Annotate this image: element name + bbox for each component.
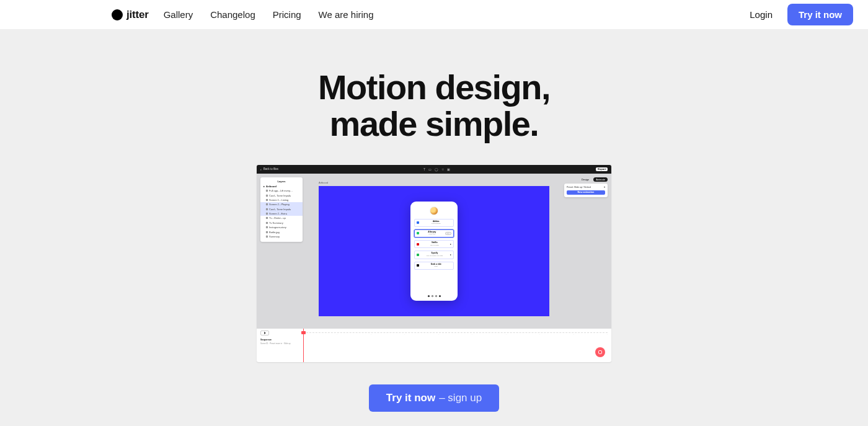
tab-design: Design [579, 177, 591, 182]
phone-mock: AdidasJust droppedAfterpayShop nowNewNet… [410, 202, 458, 301]
nav-hiring[interactable]: We are hiring [319, 9, 374, 20]
editor-export-button: Export [596, 167, 608, 171]
layer-item: Tv Summary [260, 221, 303, 225]
layer-item: Screen 2 - Playing [260, 202, 303, 206]
rect-tool-icon: ▭ [428, 167, 432, 171]
phone-app-card: AdidasJust dropped [414, 219, 454, 227]
layer-icon [266, 208, 268, 210]
preset-row: Preset: Slide up / Vertical▾ [567, 186, 605, 189]
play-icon [450, 244, 451, 245]
layer-icon [266, 199, 268, 201]
timeline-sub: Scene 01 · Preset move in · Slide up [260, 342, 291, 345]
layer-icon [266, 203, 268, 205]
nav-pricing[interactable]: Pricing [273, 9, 301, 20]
editor-canvas: AdidasJust droppedAfterpayShop nowNewNet… [319, 186, 549, 316]
editor-preview: ‹ Back to files T ▭ ◯ ☆ ▣ Export Layers … [257, 165, 611, 362]
app-icon [417, 221, 419, 224]
layer-icon [266, 222, 268, 224]
app-icon [417, 264, 419, 267]
layer-item: Card - Tame Impala [260, 193, 303, 197]
login-link[interactable]: Login [750, 9, 773, 20]
layer-item: ▸Artboard [260, 184, 303, 189]
editor-timeline: Sequence Scene 01 · Preset move in · Sli… [257, 326, 611, 362]
app-icon [417, 232, 419, 234]
layer-icon [266, 190, 268, 192]
brand-text: jitter [126, 9, 149, 21]
editor-canvas-area: Layers ▸ArtboardFull app - Lift every…Ca… [257, 174, 611, 326]
layer-item: Bottle.jpg [260, 229, 303, 234]
app-icon [417, 254, 419, 256]
phone-nav-dots [428, 291, 441, 297]
layer-icon [266, 226, 268, 228]
layer-item: Summary [260, 234, 303, 239]
hero-title-line1: Motion design, [318, 68, 550, 107]
avatar-icon [430, 206, 438, 215]
hero-title-line2: made simple. [330, 104, 539, 143]
layer-item: Card - Tame Impala [260, 206, 303, 211]
layers-panel: Layers ▸ArtboardFull app - Lift every…Ca… [260, 177, 303, 242]
layer-icon [266, 213, 268, 215]
tab-animate: Animate [593, 177, 608, 182]
header-right: Login Try it now [750, 4, 853, 25]
hero: Motion design, made simple. ‹ Back to fi… [0, 30, 868, 412]
cta-try-signup-button[interactable]: Try it now – sign up [369, 384, 499, 412]
hero-title: Motion design, made simple. [0, 69, 868, 143]
editor-topbar: ‹ Back to files T ▭ ◯ ☆ ▣ Export [257, 165, 611, 174]
timeline-play-button [260, 331, 269, 335]
new-animation-button: New animation [567, 190, 605, 195]
try-it-now-button[interactable]: Try it now [787, 4, 853, 25]
play-icon [450, 254, 451, 255]
artboard-label: Artboard [319, 181, 328, 184]
ellipse-tool-icon: ◯ [435, 167, 439, 171]
layers-panel-title: Layers [260, 180, 303, 184]
app-icon [417, 243, 419, 246]
nav-gallery[interactable]: Gallery [164, 9, 193, 20]
editor-tool-icons: T ▭ ◯ ☆ ▣ [423, 167, 451, 171]
brand-dot-icon [112, 9, 123, 20]
nav-changelog[interactable]: Changelog [210, 9, 255, 20]
layer-icon [266, 231, 268, 233]
layer-item: Screen 2 - Extra [260, 211, 303, 216]
layer-icon [266, 217, 268, 219]
timeline-label: Sequence [260, 339, 272, 341]
phone-app-card: AfterpayShop nowNew [414, 229, 454, 237]
star-tool-icon: ☆ [441, 167, 445, 171]
phone-app-card: Grab a rideUber [414, 262, 454, 270]
cta-bold: Try it now [386, 392, 435, 404]
cta-rest: – sign up [439, 392, 482, 404]
record-fab-icon [595, 347, 605, 357]
right-panel: Design Animate Preset: Slide up / Vertic… [564, 177, 608, 197]
main-nav: Gallery Changelog Pricing We are hiring [164, 9, 750, 20]
site-header: jitter Gallery Changelog Pricing We are … [0, 0, 868, 30]
layer-item: Instagram-story [260, 225, 303, 229]
brand-logo[interactable]: jitter [112, 9, 149, 21]
layer-icon [266, 236, 268, 237]
phone-app-card: NetflixTap to watch [414, 240, 454, 248]
editor-back-label: Back to files [264, 167, 278, 171]
layer-icon [266, 195, 268, 197]
phone-app-card: SpotifyPick up where you were [414, 251, 454, 259]
layer-item: Tv - Drake - up [260, 216, 303, 220]
layer-item: Full app - Lift every… [260, 189, 303, 193]
timeline-playhead [303, 329, 304, 362]
chevron-left-icon: ‹ [260, 167, 262, 171]
layer-item: Screen 1 - Listing [260, 198, 303, 202]
text-tool-icon: T [423, 167, 426, 171]
image-tool-icon: ▣ [447, 167, 451, 171]
